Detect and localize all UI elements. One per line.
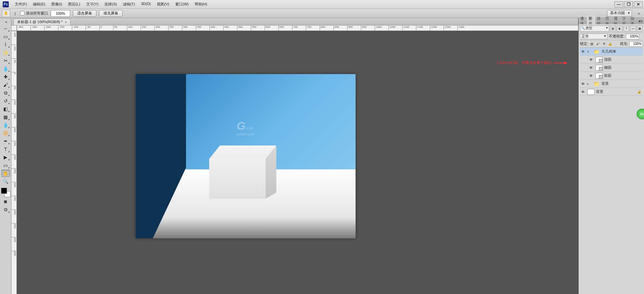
screen-mode-toggle[interactable]: ⧉ xyxy=(1,206,10,213)
ruler-horizontal[interactable]: -300-250-200-150-100-5005010015020025030… xyxy=(17,25,578,31)
toolbox: « ↔ ▭ ⌇ ✨ ✂ 💧 ✚ 🖌 ⧉ ↺ ◧ ▦ 💧 🔆 ✒ T ▶ ▭ ✋ … xyxy=(0,18,11,294)
filter-adjust-icon[interactable]: ◐ xyxy=(617,26,623,32)
lock-position-icon[interactable]: ✥ xyxy=(601,41,606,46)
ruler-tick: 100 xyxy=(127,25,141,31)
layer-thumbnail[interactable] xyxy=(595,65,603,71)
foreground-color-swatch[interactable] xyxy=(1,188,7,194)
type-tool[interactable]: T xyxy=(1,145,10,153)
layer-row[interactable]: 👁背景🔒 xyxy=(580,88,643,96)
lock-all-icon[interactable]: 🔒 xyxy=(607,41,612,46)
crop-tool[interactable]: ✂ xyxy=(1,57,10,64)
layer-name[interactable]: 前面 xyxy=(604,73,611,78)
ruler-tick: 200 xyxy=(11,127,16,141)
hand-tool-icon[interactable]: ✋ xyxy=(2,10,10,17)
menu-item[interactable]: 3D(D) xyxy=(138,1,153,8)
minimize-button[interactable]: — xyxy=(614,1,623,7)
blend-mode-select[interactable]: 正常 xyxy=(580,34,607,39)
brush-tool[interactable]: 🖌 xyxy=(1,81,10,89)
group-toggle-icon[interactable]: ▾ xyxy=(587,50,591,53)
menu-item[interactable]: 图层(L) xyxy=(65,1,83,8)
layer-name[interactable]: 背景 xyxy=(596,89,603,94)
fill-input[interactable] xyxy=(629,41,643,47)
canvas[interactable]: GX/网 system.com xyxy=(136,74,356,238)
layer-name[interactable]: 顶面 xyxy=(604,57,611,62)
panel-menu-icon[interactable]: ▾≡ xyxy=(637,19,644,23)
path-select-tool[interactable]: ▶ xyxy=(1,154,10,161)
lasso-tool[interactable]: ⌇ xyxy=(1,41,10,48)
menu-item[interactable]: 文字(Y) xyxy=(84,1,101,8)
zoom-input[interactable] xyxy=(51,10,70,17)
ruler-tick: -50 xyxy=(11,58,16,72)
filter-shape-icon[interactable]: ▭ xyxy=(630,26,636,32)
toolbox-collapse-icon[interactable]: « xyxy=(3,19,9,24)
opacity-input[interactable] xyxy=(626,34,639,39)
layer-row[interactable]: 👁顶面 xyxy=(580,56,643,64)
menu-item[interactable]: 选择(S) xyxy=(102,1,120,8)
scroll-all-input[interactable] xyxy=(20,11,25,15)
menu-item[interactable]: 窗口(W) xyxy=(173,1,191,8)
ruler-tick: -300 xyxy=(17,25,31,31)
filter-smart-icon[interactable]: ▦ xyxy=(637,26,643,32)
layer-thumbnail[interactable] xyxy=(595,73,603,79)
lock-transparent-icon[interactable]: ▦ xyxy=(589,41,594,46)
layer-name[interactable]: 背景 xyxy=(601,81,609,86)
close-tab-icon[interactable]: × xyxy=(65,20,67,24)
fit-screen-button[interactable]: 适合屏幕 xyxy=(73,10,96,17)
maximize-button[interactable]: ❐ xyxy=(624,1,633,7)
shape-tool[interactable]: ▭ xyxy=(1,162,10,169)
document-tab[interactable]: 未标题-1 @ 100%(RGB/8) * × xyxy=(13,18,71,25)
quick-mask-toggle[interactable]: ◙ xyxy=(1,198,10,205)
move-tool[interactable]: ↔ xyxy=(1,25,10,32)
layer-row[interactable]: 👁侧面 xyxy=(580,64,643,72)
filter-type-select[interactable]: 类型 xyxy=(580,25,609,32)
eraser-tool[interactable]: ◧ xyxy=(1,105,10,113)
layer-row[interactable]: 👁前面 xyxy=(580,72,643,80)
ruler-tick: -150 xyxy=(11,31,16,45)
healing-tool[interactable]: ✚ xyxy=(1,73,10,80)
gradient-tool[interactable]: ▦ xyxy=(1,113,10,121)
lock-pixels-icon[interactable]: 🖌 xyxy=(595,41,600,46)
filter-type-icon[interactable]: T xyxy=(624,26,629,32)
layer-name[interactable]: 侧面 xyxy=(604,65,611,70)
eyedropper-tool[interactable]: 💧 xyxy=(1,65,10,72)
visibility-toggle-icon[interactable]: 👁 xyxy=(589,58,594,62)
blur-tool[interactable]: 💧 xyxy=(1,121,10,129)
menu-item[interactable]: 文件(F) xyxy=(12,1,30,8)
ruler-origin[interactable] xyxy=(11,25,17,31)
layer-thumbnail[interactable] xyxy=(595,57,603,63)
visibility-toggle-icon[interactable]: 👁 xyxy=(581,50,586,54)
zoom-tool[interactable]: 🔍 xyxy=(1,178,10,185)
stamp-tool[interactable]: ⧉ xyxy=(1,89,10,97)
ruler-tick: 700 xyxy=(292,25,306,31)
menu-item[interactable]: 帮助(H) xyxy=(192,1,210,8)
layer-row[interactable]: 👁▸📁背景 xyxy=(580,80,643,88)
visibility-toggle-icon[interactable]: 👁 xyxy=(581,90,586,94)
history-brush-tool[interactable]: ↺ xyxy=(1,97,10,105)
menu-item[interactable]: 图像(I) xyxy=(49,1,65,8)
marquee-tool[interactable]: ▭ xyxy=(1,33,10,40)
fill-screen-button[interactable]: 填充屏幕 xyxy=(99,10,123,17)
visibility-toggle-icon[interactable]: 👁 xyxy=(589,74,594,78)
color-swatches[interactable] xyxy=(1,188,10,197)
filter-pixel-icon[interactable]: ▧ xyxy=(610,26,616,32)
menu-item[interactable]: 编辑(E) xyxy=(30,1,48,8)
menu-item[interactable]: 视图(V) xyxy=(154,1,172,8)
document-area: 未标题-1 @ 100%(RGB/8) * × -300-250-200-150… xyxy=(11,18,578,294)
ruler-vertical[interactable]: -150-100-5005010015020025030035040045050… xyxy=(11,31,17,294)
dodge-tool[interactable]: 🔆 xyxy=(1,129,10,137)
close-button[interactable]: ✕ xyxy=(634,1,643,7)
layer-row[interactable]: 👁▾📁大几何体 xyxy=(580,48,643,56)
layer-thumbnail[interactable] xyxy=(587,89,595,95)
ruler-tick: 550 xyxy=(11,223,16,237)
menu-item[interactable]: 滤镜(T) xyxy=(120,1,138,8)
scroll-all-checkbox[interactable]: 滚动所有窗口 xyxy=(20,11,48,16)
group-toggle-icon[interactable]: ▸ xyxy=(587,82,591,85)
canvas-viewport[interactable]: -300-250-200-150-100-5005010015020025030… xyxy=(11,25,578,294)
hand-tool[interactable]: ✋ xyxy=(1,170,10,177)
visibility-toggle-icon[interactable]: 👁 xyxy=(581,82,586,86)
pen-tool[interactable]: ✒ xyxy=(1,137,10,145)
visibility-toggle-icon[interactable]: 👁 xyxy=(589,66,594,70)
layer-name[interactable]: 大几何体 xyxy=(601,49,616,54)
magic-wand-tool[interactable]: ✨ xyxy=(1,49,10,56)
workspace-selector[interactable]: 基本功能 xyxy=(607,10,632,17)
